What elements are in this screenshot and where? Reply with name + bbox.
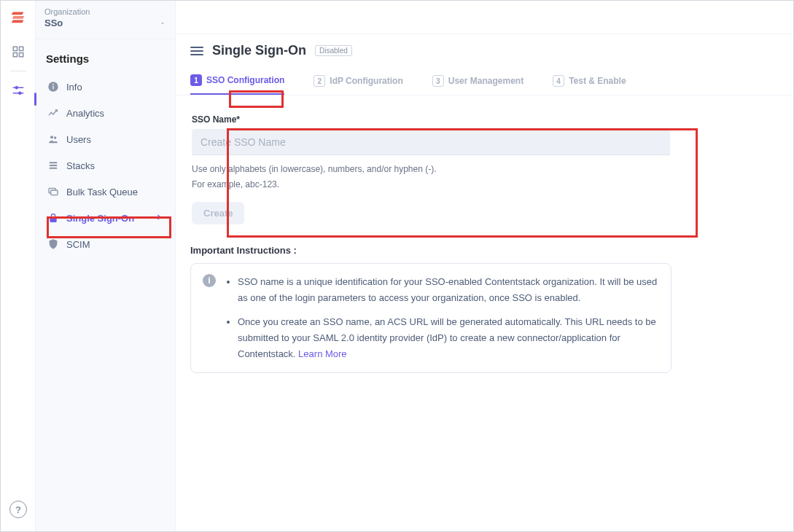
main-content: Single Sign-On Disabled 1 SSO Configurat…	[176, 1, 793, 531]
users-icon	[47, 133, 59, 145]
step-sso-configuration[interactable]: 1 SSO Configuration	[190, 74, 284, 95]
svg-rect-14	[50, 165, 58, 166]
sidebar-item-label: Analytics	[66, 108, 104, 119]
step-test-enable[interactable]: 4 Test & Enable	[553, 74, 626, 95]
svg-rect-18	[50, 217, 56, 222]
chevron-down-icon	[159, 20, 166, 27]
svg-point-5	[15, 87, 17, 89]
sidebar-item-label: Bulk Task Queue	[66, 187, 138, 197]
svg-rect-1	[19, 47, 23, 50]
status-badge: Disabled	[315, 45, 352, 56]
dashboard-icon	[12, 45, 25, 58]
page-title: Single Sign-On	[212, 43, 306, 58]
instruction-item: Once you create an SSO name, an ACS URL …	[238, 314, 659, 362]
svg-rect-0	[13, 47, 17, 50]
svg-rect-15	[50, 168, 58, 169]
svg-point-10	[52, 84, 54, 85]
sso-name-input[interactable]	[192, 129, 670, 155]
shield-icon	[47, 238, 59, 250]
sidebar-item-bulk-task-queue[interactable]: Bulk Task Queue	[40, 179, 171, 205]
sidebar-item-label: SCIM	[66, 239, 90, 250]
menu-toggle[interactable]	[190, 47, 203, 55]
left-rail: ?	[1, 1, 36, 531]
analytics-icon	[47, 107, 59, 119]
sidebar-item-info[interactable]: Info	[40, 74, 171, 100]
sidebar-item-scim[interactable]: SCIM	[40, 231, 171, 257]
stepper: 1 SSO Configuration 2 IdP Configuration …	[176, 69, 793, 95]
create-button[interactable]: Create	[192, 202, 244, 224]
info-icon: i	[203, 274, 216, 287]
step-number: 4	[553, 75, 564, 87]
step-label: Test & Enable	[569, 76, 626, 86]
svg-point-12	[54, 136, 56, 138]
step-user-management[interactable]: 3 User Management	[432, 74, 524, 95]
sidebar-item-label: Info	[66, 82, 82, 93]
instructions-title: Important Instructions :	[190, 245, 779, 256]
svg-rect-9	[52, 86, 53, 90]
step-label: IdP Configuration	[330, 76, 402, 86]
learn-more-link[interactable]: Learn More	[298, 348, 346, 359]
sidebar-item-users[interactable]: Users	[40, 126, 171, 152]
sidebar: Organization SSo Settings Info Analytics…	[36, 1, 176, 531]
step-label: User Management	[448, 76, 524, 86]
step-idp-configuration[interactable]: 2 IdP Configuration	[314, 74, 402, 95]
rail-dashboard[interactable]	[9, 43, 27, 60]
step-number: 2	[314, 75, 325, 87]
sso-name-label: SSO Name*	[192, 114, 670, 125]
sidebar-item-label: Single Sign-On	[66, 213, 134, 224]
instructions-box: i SSO name is a unique identification fo…	[190, 263, 672, 372]
step-number: 1	[190, 74, 202, 86]
svg-point-11	[50, 136, 53, 138]
svg-point-7	[18, 92, 20, 94]
step-label: SSO Configuration	[206, 75, 284, 85]
app-logo-icon	[10, 8, 26, 24]
sidebar-item-single-sign-on[interactable]: Single Sign-On	[40, 205, 171, 231]
svg-rect-13	[50, 162, 58, 163]
hint-2: For example, abc-123.	[192, 178, 670, 192]
help-button[interactable]: ?	[9, 501, 27, 518]
lock-icon	[47, 212, 59, 224]
queue-icon	[47, 186, 59, 197]
help-icon: ?	[15, 504, 21, 515]
sidebar-item-stacks[interactable]: Stacks	[40, 152, 171, 179]
stacks-icon	[47, 160, 59, 171]
instruction-item: SSO name is a unique identification for …	[238, 274, 659, 306]
org-label: Organization	[44, 7, 166, 16]
info-icon	[47, 81, 59, 93]
sidebar-item-analytics[interactable]: Analytics	[40, 100, 171, 126]
org-selector[interactable]: SSo	[44, 16, 166, 34]
org-name: SSo	[44, 17, 63, 28]
svg-rect-2	[13, 53, 17, 57]
hint-1: Use only alphabets (in lowercase), numbe…	[192, 163, 670, 176]
chevron-right-icon	[155, 213, 163, 224]
svg-rect-17	[51, 190, 58, 195]
svg-rect-3	[19, 53, 23, 57]
sliders-icon	[12, 84, 25, 97]
sidebar-item-label: Stacks	[66, 160, 95, 171]
sidebar-item-label: Users	[66, 134, 91, 145]
step-number: 3	[432, 75, 444, 87]
sidebar-title: Settings	[36, 42, 175, 71]
rail-settings[interactable]	[9, 82, 27, 99]
